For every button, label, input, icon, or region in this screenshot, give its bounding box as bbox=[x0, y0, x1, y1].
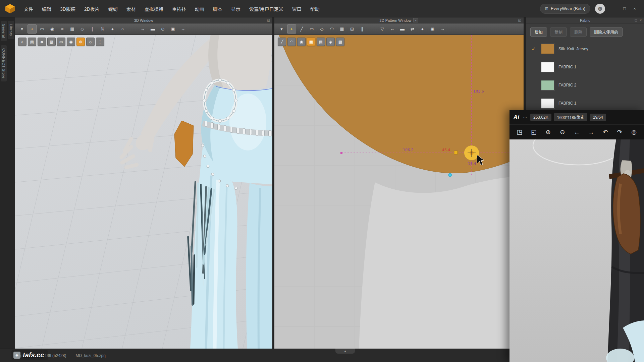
show-garment-icon[interactable]: ▤ bbox=[28, 38, 36, 46]
move-tool-icon[interactable]: + bbox=[28, 24, 37, 34]
undock-3d-icon[interactable]: ◱ bbox=[267, 18, 270, 22]
fit-screen-icon[interactable]: ◱ bbox=[529, 128, 539, 136]
marquee-tool-icon[interactable]: ▭ bbox=[38, 24, 47, 34]
fabric-item-row[interactable]: FABRIC 1 bbox=[526, 58, 644, 76]
show-points-icon[interactable]: ◠ bbox=[287, 38, 296, 46]
show-pattern-icon[interactable]: ▭ bbox=[57, 38, 65, 46]
zoom-in-icon[interactable]: ⊕ bbox=[543, 128, 553, 136]
2d-viewport[interactable]: ╱◠◉▦▤◈▩ 103.6 bbox=[274, 35, 524, 349]
fabric-swatch[interactable] bbox=[541, 44, 554, 54]
sidebar-tab[interactable]: General bbox=[1, 21, 7, 41]
texture-view-icon[interactable]: ▩ bbox=[47, 38, 56, 46]
pattern-window-dropdown-icon[interactable]: ▾ bbox=[413, 18, 418, 22]
zipper-tool-icon[interactable]: ⇅ bbox=[98, 24, 107, 34]
menu-item[interactable]: 脚本 bbox=[209, 0, 227, 17]
edit-pattern-tool-icon[interactable]: + bbox=[287, 24, 296, 34]
close-panel-icon[interactable]: × bbox=[640, 18, 642, 22]
undock-2d-icon[interactable]: ◱ bbox=[518, 18, 521, 22]
dart-tool-icon[interactable]: ▽ bbox=[378, 24, 387, 34]
show-texture-icon[interactable]: ⊕ bbox=[76, 38, 85, 46]
menu-item[interactable]: 虚拟模特 bbox=[140, 0, 168, 17]
pin-tool-icon[interactable]: ◉ bbox=[48, 24, 57, 34]
transform-dropdown-icon[interactable]: ▾ bbox=[277, 24, 286, 34]
pen-tool-icon[interactable]: ╱ bbox=[297, 24, 306, 34]
menu-item[interactable]: 窗口 bbox=[288, 0, 306, 17]
select-dropdown-icon[interactable]: ▾ bbox=[17, 24, 26, 34]
pleats-tool-icon[interactable]: ∥ bbox=[88, 24, 97, 34]
show-avatar-icon[interactable]: ☻ bbox=[38, 38, 46, 46]
menu-item[interactable]: 文件 bbox=[19, 0, 38, 17]
viewer-image[interactable] bbox=[509, 139, 644, 362]
light-icon[interactable]: ☼ bbox=[86, 38, 95, 46]
viewer-menu-icon[interactable]: ⋯ bbox=[523, 115, 527, 120]
tape-tool-icon[interactable]: ▬ bbox=[148, 24, 157, 34]
3d-viewport[interactable]: ◐▤☻▩▭◉⊕☼⋮ bbox=[15, 35, 272, 349]
mouse-settings-icon[interactable]: ◎ bbox=[629, 128, 639, 136]
menu-item[interactable]: 编辑 bbox=[38, 0, 56, 17]
selected-pattern-3d[interactable] bbox=[174, 121, 194, 167]
menu-item[interactable]: 3D服装 bbox=[56, 0, 80, 17]
menu-item[interactable]: 2D板片 bbox=[80, 0, 104, 17]
rotate-right-icon[interactable]: ↷ bbox=[615, 128, 624, 136]
fabric-item-row[interactable]: ✓ Silk_Knit_Jersey bbox=[526, 40, 644, 58]
menu-item[interactable]: 动画 bbox=[191, 0, 209, 17]
pleat-2d-tool-icon[interactable]: ∥ bbox=[358, 24, 367, 34]
next-image-icon[interactable]: → bbox=[586, 129, 596, 136]
menu-item[interactable]: 素材 bbox=[122, 0, 140, 17]
buttonhole-tool-icon[interactable]: ○ bbox=[118, 24, 127, 34]
collapse-tab[interactable]: ▲ bbox=[335, 349, 355, 354]
fabric-swatch[interactable] bbox=[541, 80, 554, 90]
dock-icon[interactable]: ⊡ bbox=[635, 18, 637, 22]
close-button[interactable]: × bbox=[630, 4, 639, 13]
arrow-2d-tool-icon[interactable]: → bbox=[438, 24, 447, 34]
menu-item[interactable]: 设置/用户自定义 bbox=[245, 0, 288, 17]
show-texture-2d-icon[interactable]: ▩ bbox=[336, 38, 344, 46]
render-tool-icon[interactable]: ▣ bbox=[168, 24, 177, 34]
sync-tool-icon[interactable]: ⇄ bbox=[408, 24, 417, 34]
app-logo-icon[interactable] bbox=[5, 3, 15, 14]
arrow-tool-icon[interactable]: → bbox=[178, 24, 187, 34]
measure-tool-icon[interactable]: ↔ bbox=[138, 24, 147, 34]
more-display-icon[interactable]: ⋮ bbox=[96, 38, 104, 46]
show-pins-icon[interactable]: ◉ bbox=[67, 38, 75, 46]
topstitch-2d-tool-icon[interactable]: ┄ bbox=[368, 24, 377, 34]
sidebar-tab[interactable]: CONNECT Store bbox=[1, 45, 7, 81]
3d-window-titlebar[interactable]: 3D Window ◱ bbox=[15, 17, 272, 23]
fabric-swatch[interactable] bbox=[541, 98, 554, 108]
fabric-action-button[interactable]: 删除 bbox=[570, 27, 587, 37]
sewing-tool-icon[interactable]: ≈ bbox=[58, 24, 67, 34]
rectangle-tool-icon[interactable]: ▭ bbox=[307, 24, 316, 34]
fabric-panel-titlebar[interactable]: Fabric ⊡× bbox=[526, 17, 644, 23]
fullscreen-icon[interactable]: ◳ bbox=[515, 128, 524, 136]
fabric-item-row[interactable]: FABRIC 1 bbox=[526, 94, 644, 112]
everywear-button[interactable]: ⊞ EveryWear (Beta) bbox=[540, 4, 590, 14]
grid-2d-tool-icon[interactable]: ▦ bbox=[337, 24, 346, 34]
fabric-action-button[interactable]: 删除未使用的 bbox=[590, 27, 623, 37]
2d-pattern-titlebar[interactable]: 2D Pattern Window ▾ ◱ bbox=[274, 17, 524, 23]
grid-tool-icon[interactable]: ▦ bbox=[68, 24, 77, 34]
button-tool-icon[interactable]: ● bbox=[108, 24, 117, 34]
fabric-swatch[interactable] bbox=[541, 62, 554, 72]
show-grain-icon[interactable]: ▤ bbox=[317, 38, 325, 46]
fabric-action-button[interactable]: 增加 bbox=[530, 27, 547, 37]
prev-image-icon[interactable]: ← bbox=[572, 129, 582, 136]
fabric-action-button[interactable]: 复制 bbox=[550, 27, 567, 37]
show-notch-icon[interactable]: ◉ bbox=[297, 38, 306, 46]
seam-allowance-tool-icon[interactable]: ⊞ bbox=[347, 24, 357, 34]
maximize-button[interactable]: □ bbox=[620, 4, 629, 13]
measure-2d-tool-icon[interactable]: ↔ bbox=[388, 24, 397, 34]
menu-item[interactable]: 显示 bbox=[227, 0, 245, 17]
minimize-button[interactable]: — bbox=[610, 4, 619, 13]
annotation-tool-icon[interactable]: ▣ bbox=[428, 24, 437, 34]
menu-item[interactable]: 缝纫 bbox=[104, 0, 122, 17]
show-baseline-icon[interactable]: ◈ bbox=[326, 38, 335, 46]
menu-item[interactable]: 重拓扑 bbox=[168, 0, 191, 17]
sidebar-tab[interactable]: Library bbox=[8, 21, 14, 39]
render-style-icon[interactable]: ◐ bbox=[18, 38, 26, 46]
show-fabric-icon[interactable]: ▦ bbox=[307, 38, 315, 46]
user-avatar[interactable]: ☻ bbox=[595, 4, 605, 14]
show-sewing-icon[interactable]: ╱ bbox=[278, 38, 286, 46]
polygon-tool-icon[interactable]: ◇ bbox=[317, 24, 326, 34]
zoom-out-icon[interactable]: ⊖ bbox=[558, 128, 567, 136]
button-2d-tool-icon[interactable]: ● bbox=[418, 24, 427, 34]
